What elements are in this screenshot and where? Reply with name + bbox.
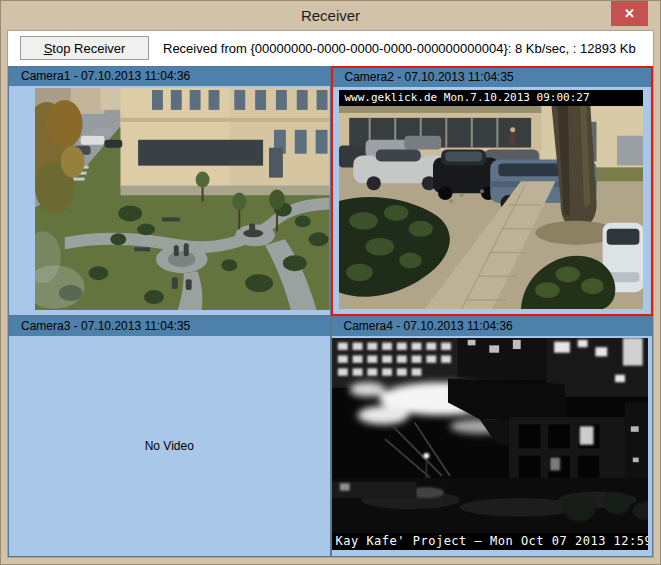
- camera4-title: Camera4 - 07.10.2013 11:04:36: [344, 319, 513, 333]
- camera2-header: Camera2 - 07.10.2013 11:04:35: [333, 68, 652, 87]
- camera2-title: Camera2 - 07.10.2013 11:04:35: [345, 70, 514, 84]
- camera4-body: Kay Kafe' Project – Mon Oct 07 2013 12:5…: [332, 336, 653, 556]
- camera3-title: Camera3 - 07.10.2013 11:04:35: [21, 319, 190, 333]
- receiver-window: Receiver ✕ Stop Receiver Received from {…: [0, 0, 661, 565]
- camera1-body: [9, 86, 330, 315]
- camera1-panel[interactable]: Camera1 - 07.10.2013 11:04:36: [8, 66, 331, 316]
- camera4-scene: [332, 338, 649, 533]
- camera4-overlay-text: Kay Kafe' Project – Mon Oct 07 2013 12:5…: [332, 533, 649, 550]
- camera2-overlay-text: www.geklick.de Mon.7.10.2013 09:00:27: [339, 90, 644, 106]
- camera4-header: Camera4 - 07.10.2013 11:04:36: [332, 317, 653, 336]
- camera1-video[interactable]: [35, 88, 330, 310]
- titlebar[interactable]: Receiver ✕: [1, 1, 660, 29]
- camera1-title: Camera1 - 07.10.2013 11:04:36: [21, 69, 190, 83]
- window-title: Receiver: [1, 1, 660, 31]
- close-icon: ✕: [624, 6, 635, 21]
- camera1-header: Camera1 - 07.10.2013 11:04:36: [9, 67, 330, 86]
- close-button[interactable]: ✕: [611, 1, 648, 26]
- camera4-video[interactable]: Kay Kafe' Project – Mon Oct 07 2013 12:5…: [332, 338, 649, 550]
- camera1-scene: [35, 88, 330, 310]
- receive-status-text: Received from {00000000-0000-0000-0000-0…: [163, 41, 636, 56]
- camera3-panel[interactable]: Camera3 - 07.10.2013 11:04:35 No Video: [8, 316, 331, 557]
- camera3-header: Camera3 - 07.10.2013 11:04:35: [9, 317, 330, 336]
- camera2-scene: [339, 106, 644, 309]
- camera3-body: No Video: [9, 336, 330, 556]
- camera3-no-video-label: No Video: [9, 336, 330, 556]
- camera2-body: www.geklick.de Mon.7.10.2013 09:00:27: [333, 87, 652, 314]
- camera4-panel[interactable]: Camera4 - 07.10.2013 11:04:36: [331, 316, 654, 557]
- camera2-video[interactable]: www.geklick.de Mon.7.10.2013 09:00:27: [339, 90, 644, 309]
- stop-receiver-button[interactable]: Stop Receiver: [20, 36, 149, 60]
- client-area: Stop Receiver Received from {00000000-00…: [7, 30, 654, 558]
- toolbar: Stop Receiver Received from {00000000-00…: [8, 31, 653, 65]
- camera-grid: Camera1 - 07.10.2013 11:04:36: [8, 66, 653, 557]
- camera2-panel[interactable]: Camera2 - 07.10.2013 11:04:35 www.geklic…: [331, 66, 654, 316]
